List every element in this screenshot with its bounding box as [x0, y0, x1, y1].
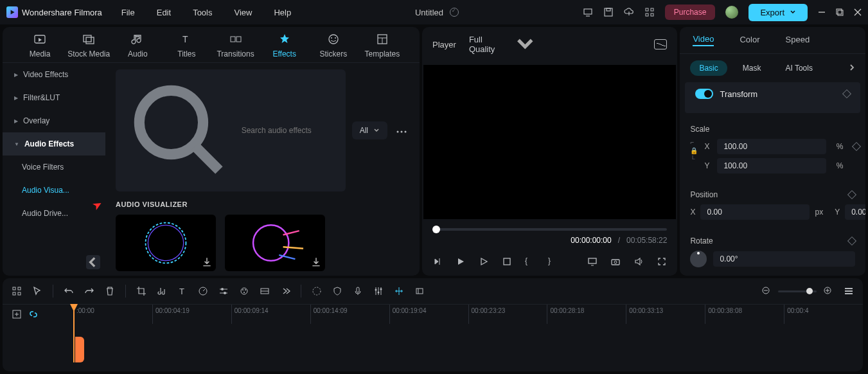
effect-card[interactable]: Iridescent Circle 3 — [225, 215, 325, 276]
effect-card[interactable]: Iridescent Circle 4 — [116, 215, 216, 276]
rotate-input[interactable] — [713, 251, 855, 267]
adjust-icon[interactable] — [218, 286, 229, 296]
scale-y-input[interactable] — [717, 158, 826, 174]
tab-effects[interactable]: Effects — [260, 33, 309, 58]
tabs-scroll-right[interactable] — [849, 63, 855, 74]
split-audio-icon[interactable] — [157, 286, 167, 296]
sub-audio-driven[interactable]: Audio Drive... — [3, 202, 105, 225]
menu-edit[interactable]: Edit — [157, 8, 171, 17]
play-button[interactable] — [456, 256, 466, 267]
text-icon[interactable]: T — [177, 286, 188, 296]
export-button[interactable]: Export — [748, 4, 808, 21]
insp-tab-video[interactable]: Video — [693, 34, 714, 46]
fullscreen-icon[interactable] — [657, 256, 667, 267]
subtab-mask[interactable]: Mask — [734, 60, 770, 76]
keyframe-diamond-icon[interactable] — [842, 89, 851, 98]
subtab-ai-tools[interactable]: AI Tools — [776, 60, 821, 76]
scrubber-track[interactable] — [432, 228, 667, 231]
snapshot-icon[interactable] — [654, 39, 667, 49]
redo-icon[interactable] — [84, 286, 94, 296]
zoom-in-icon[interactable] — [823, 286, 833, 296]
pos-x-input[interactable] — [700, 204, 810, 220]
link-xy-icon[interactable]: ⌐🔒└ — [690, 139, 698, 163]
rotate-dial[interactable] — [690, 251, 707, 267]
search-box[interactable] — [116, 69, 346, 191]
delete-icon[interactable] — [105, 286, 115, 296]
insp-tab-color[interactable]: Color — [740, 35, 759, 46]
more-options-button[interactable] — [394, 123, 409, 138]
quality-dropdown[interactable]: Full Quality — [469, 33, 536, 56]
marker-icon[interactable] — [414, 286, 425, 296]
color-icon[interactable] — [239, 286, 249, 296]
mixer-icon[interactable] — [373, 286, 384, 296]
tab-templates[interactable]: Templates — [358, 33, 407, 58]
speed-icon[interactable] — [198, 286, 208, 296]
magnet-snap-icon[interactable] — [394, 286, 404, 296]
keyframe-diamond-icon[interactable] — [847, 236, 856, 245]
timeline-ruler[interactable]: :00:00 00:00:04:19 00:00:09:14 00:00:14:… — [73, 305, 863, 324]
tab-stock-media[interactable]: Stock Media — [64, 33, 113, 58]
menu-tools[interactable]: Tools — [193, 8, 212, 17]
volume-icon[interactable] — [633, 256, 644, 267]
tab-audio[interactable]: Audio — [113, 33, 162, 58]
insp-tab-speed[interactable]: Speed — [786, 35, 810, 46]
sub-audio-visualizer[interactable]: Audio Visua... — [3, 179, 105, 202]
zoom-out-icon[interactable] — [761, 286, 772, 296]
collapse-sidebar-button[interactable] — [86, 255, 100, 269]
render-icon[interactable] — [260, 286, 270, 296]
prev-frame-button[interactable] — [432, 256, 443, 267]
crop-icon[interactable] — [136, 286, 146, 296]
display-icon[interactable] — [587, 256, 598, 267]
minimize-button[interactable] — [818, 8, 826, 16]
scrubber-handle[interactable] — [432, 226, 440, 233]
maximize-button[interactable] — [836, 8, 844, 16]
more-tools-icon[interactable] — [280, 286, 290, 296]
sub-voice-filters[interactable]: Voice Filters — [3, 156, 105, 179]
shield-icon[interactable] — [332, 286, 342, 296]
tab-titles[interactable]: TTitles — [162, 33, 211, 58]
preview-viewport[interactable] — [423, 65, 676, 219]
cursor-icon[interactable] — [32, 286, 42, 296]
save-icon[interactable] — [603, 7, 614, 17]
purchase-button[interactable]: Purchase — [665, 4, 716, 20]
menu-view[interactable]: View — [234, 8, 252, 17]
cloud-upload-icon[interactable] — [624, 7, 634, 17]
apps-grid-icon[interactable] — [644, 7, 655, 17]
mark-out-button[interactable]: } — [548, 256, 558, 267]
device-icon[interactable] — [583, 7, 593, 17]
cat-overlay[interactable]: ▶Overlay — [3, 109, 105, 132]
download-icon[interactable] — [310, 256, 322, 268]
zoom-slider[interactable] — [761, 286, 833, 296]
play-forward-button[interactable] — [479, 256, 489, 267]
transform-toggle[interactable] — [695, 89, 713, 99]
undo-icon[interactable] — [64, 286, 74, 296]
cloud-sync-icon[interactable] — [450, 8, 459, 17]
add-track-icon[interactable] — [12, 309, 22, 319]
keyframe-diamond-icon[interactable] — [852, 142, 861, 151]
mark-in-button[interactable]: { — [525, 256, 535, 267]
select-grid-icon[interactable] — [12, 286, 22, 296]
cat-filter-lut[interactable]: ▶Filter&LUT — [3, 86, 105, 109]
menu-file[interactable]: File — [121, 8, 135, 17]
link-tracks-icon[interactable] — [28, 309, 39, 319]
cat-video-effects[interactable]: ▶Video Effects — [3, 63, 105, 86]
download-icon[interactable] — [201, 256, 213, 268]
search-input[interactable] — [242, 126, 338, 135]
tab-transitions[interactable]: Transitions — [211, 33, 260, 58]
menu-help[interactable]: Help — [274, 8, 291, 17]
stop-button[interactable] — [502, 256, 512, 267]
subtab-basic[interactable]: Basic — [690, 60, 727, 76]
tab-stickers[interactable]: Stickers — [309, 33, 358, 58]
clip[interactable] — [75, 337, 84, 362]
pos-y-input[interactable] — [845, 204, 865, 220]
track-view-icon[interactable] — [844, 286, 854, 296]
marker-star-icon[interactable] — [312, 286, 322, 296]
user-avatar[interactable] — [725, 6, 738, 19]
camera-icon[interactable] — [610, 256, 621, 267]
mic-icon[interactable] — [353, 286, 363, 296]
close-button[interactable] — [854, 8, 862, 16]
timeline-tracks[interactable] — [3, 324, 863, 371]
playhead[interactable] — [73, 305, 75, 362]
tab-media[interactable]: Media — [15, 33, 64, 58]
keyframe-diamond-icon[interactable] — [847, 190, 856, 199]
